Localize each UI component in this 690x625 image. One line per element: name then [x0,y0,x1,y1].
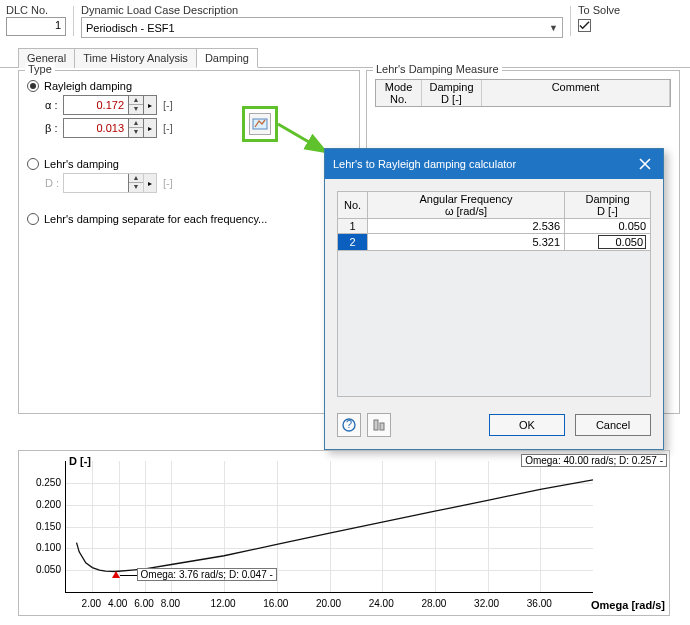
beta-label: β : [45,122,63,134]
calculator-dialog: Lehr's to Rayleigh damping calculator No… [324,148,664,450]
calculator-table[interactable]: No. Angular Frequency ω [rad/s] Damping … [337,191,651,251]
divider [570,6,571,36]
dlc-no-input[interactable]: 1 [6,17,66,36]
close-icon[interactable] [635,154,655,174]
solve-label: To Solve [578,4,620,16]
cancel-button[interactable]: Cancel [575,414,651,436]
alpha-input[interactable]: 0.172 ▲▼ [63,95,144,115]
radio-rayleigh-label: Rayleigh damping [44,80,132,92]
d-label: D : [45,177,63,189]
chart-tooltip-end: Omega: 40.00 rad/s; D: 0.257 - [521,454,667,467]
radio-lehrs-separate-label: Lehr's damping separate for each frequen… [44,213,267,225]
calculator-icon[interactable] [249,113,271,135]
type-panel-title: Type [25,63,55,75]
table-row: 2 5.321 0.050 [338,234,651,251]
radio-rayleigh[interactable]: Rayleigh damping [27,80,351,92]
damping-chart: D [-] Omega [rad/s] Omega: 40.00 rad/s; … [18,450,670,616]
beta-unit: [-] [163,122,173,134]
alpha-unit: [-] [163,99,173,111]
dlc-no-label: DLC No. [6,4,66,16]
svg-rect-5 [380,423,384,430]
solve-checkbox[interactable] [578,19,591,32]
spin-down-icon[interactable]: ▼ [129,105,143,114]
units-icon[interactable] [367,413,391,437]
lehrs-table-header: Mode No. Damping D [-] Comment [375,79,671,107]
picker-icon[interactable]: ▸ [143,95,157,115]
description-value: Periodisch - ESF1 [86,22,175,34]
description-select[interactable]: Periodisch - ESF1 ▼ [81,17,563,38]
damping-edit-cell[interactable]: 0.050 [598,235,646,249]
picker-icon[interactable]: ▸ [143,118,157,138]
chart-tooltip-min: Omega: 3.76 rad/s; D: 0.047 - [137,568,277,581]
radio-lehrs[interactable]: Lehr's damping [27,158,351,170]
spin-up-icon[interactable]: ▲ [129,96,143,105]
table-row: 1 2.536 0.050 [338,219,651,234]
divider [73,6,74,36]
desc-label: Dynamic Load Case Description [81,4,563,16]
spin-down-icon[interactable]: ▼ [129,128,143,137]
chevron-down-icon: ▼ [549,23,558,33]
d-unit: [-] [163,177,173,189]
svg-rect-4 [374,420,378,430]
help-icon[interactable]: ? [337,413,361,437]
d-input: ▲▼ [63,173,144,193]
radio-lehrs-label: Lehr's damping [44,158,119,170]
svg-text:?: ? [346,418,352,430]
radio-lehrs-separate[interactable]: Lehr's damping separate for each frequen… [27,213,351,225]
calculator-launcher-highlight [242,106,278,142]
tab-time-history[interactable]: Time History Analysis [74,48,197,68]
lehrs-panel-title: Lehr's Damping Measure [373,63,502,75]
chart-xlabel: Omega [rad/s] [591,599,665,611]
ok-button[interactable]: OK [489,414,565,436]
beta-input[interactable]: 0.013 ▲▼ [63,118,144,138]
spin-up-icon[interactable]: ▲ [129,119,143,128]
picker-icon: ▸ [143,173,157,193]
tab-damping[interactable]: Damping [196,48,258,68]
dialog-title: Lehr's to Rayleigh damping calculator [333,158,516,170]
type-panel: Type Rayleigh damping α : 0.172 ▲▼ ▸ [-]… [18,70,360,414]
alpha-label: α : [45,99,63,111]
